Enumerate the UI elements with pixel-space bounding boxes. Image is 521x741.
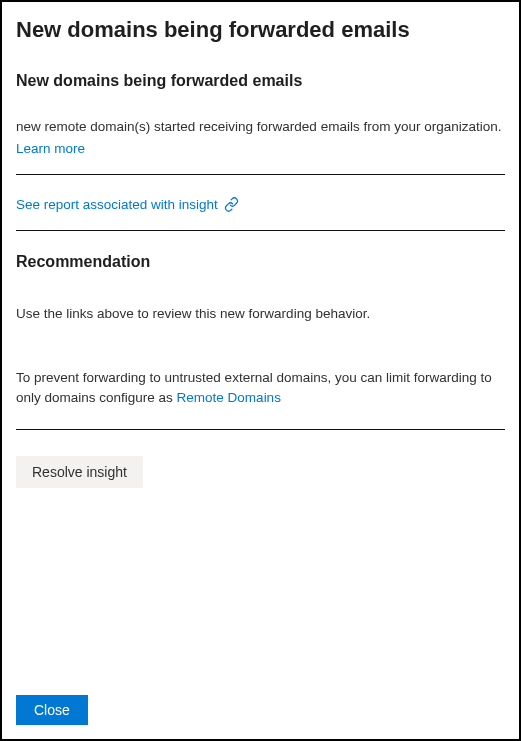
recommendation-text: Use the links above to review this new f… <box>16 305 505 324</box>
section-body-text: new remote domain(s) started receiving f… <box>16 118 505 137</box>
link-icon <box>224 197 239 212</box>
prevent-text: To prevent forwarding to untrusted exter… <box>16 368 505 407</box>
recommendation-heading: Recommendation <box>16 253 505 271</box>
divider <box>16 174 505 175</box>
divider <box>16 429 505 430</box>
resolve-insight-button[interactable]: Resolve insight <box>16 456 143 488</box>
close-button[interactable]: Close <box>16 695 88 725</box>
remote-domains-link[interactable]: Remote Domains <box>177 390 281 405</box>
learn-more-link[interactable]: Learn more <box>16 141 85 156</box>
panel-footer: Close <box>16 695 88 725</box>
section-heading: New domains being forwarded emails <box>16 72 505 90</box>
panel-title: New domains being forwarded emails <box>16 16 505 44</box>
divider <box>16 230 505 231</box>
see-report-link[interactable]: See report associated with insight <box>16 197 218 212</box>
insight-panel: New domains being forwarded emails New d… <box>0 0 521 741</box>
